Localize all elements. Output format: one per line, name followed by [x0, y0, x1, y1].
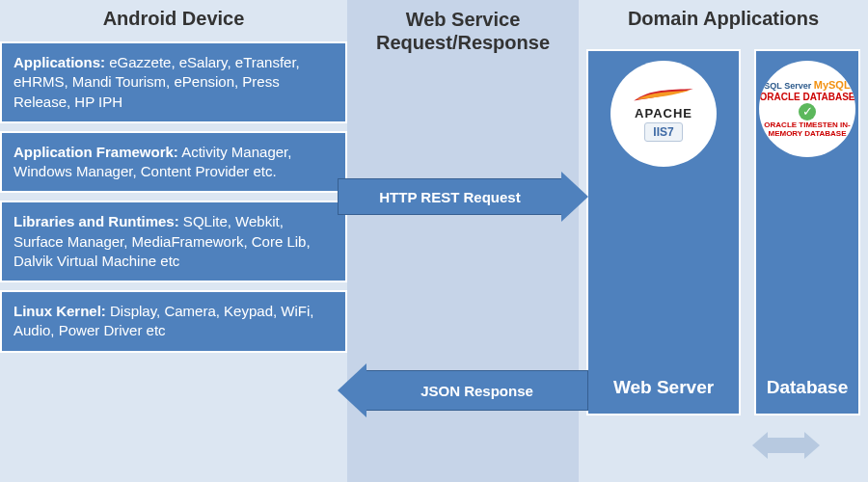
layer-applications: Applications: eGazzete, eSalary, eTransf… [0, 41, 347, 123]
double-arrow-icon [752, 432, 820, 459]
column-android-device: Android Device Applications: eGazzete, e… [0, 0, 347, 482]
web-server-label: Web Server [613, 319, 714, 398]
arrow-request-label: HTTP REST Request [379, 189, 520, 205]
arrowhead-right-icon [561, 172, 588, 222]
arrowhead-left-icon [338, 363, 366, 417]
arrow-left-icon: JSON Response [338, 366, 588, 415]
layer-libraries-runtimes: Libraries and Runtimes: SQLite, Webkit, … [0, 201, 347, 282]
iis7-logo: IIS7 [644, 122, 682, 142]
arrowhead-left-icon [752, 432, 768, 459]
domain-boxes-row: APACHE IIS7 Web Server SQL Server MySQL … [579, 49, 868, 415]
arrowhead-right-icon [804, 432, 820, 459]
web-server-logos: APACHE IIS7 [610, 61, 717, 167]
header-domain: Domain Applications [579, 0, 868, 41]
layer-title: Linux Kernel: [14, 303, 106, 319]
arrow-right-icon: HTTP REST Request [338, 175, 588, 218]
apache-feather-icon [630, 87, 697, 104]
android-stack: Applications: eGazzete, eSalary, eTransf… [0, 41, 347, 353]
oracle-timesten-logo-text: ORACLE TIMESTEN IN-MEMORY DATABASE [764, 120, 850, 139]
sqlserver-logo-text: SQL Server [764, 81, 811, 91]
database-label: Database [767, 319, 849, 398]
arrow-json-response: JSON Response [347, 366, 579, 415]
oracle-logo-text: ORACLE DATABASE [759, 92, 854, 102]
column-web-service: Web Service Request/Response HTTP REST R… [347, 0, 579, 482]
layer-title: Application Framework: [14, 144, 178, 160]
architecture-diagram: Android Device Applications: eGazzete, e… [0, 0, 868, 482]
column-domain-applications: Domain Applications APACHE IIS7 Web Serv… [579, 0, 868, 482]
header-android: Android Device [0, 0, 347, 41]
mysql-logo-text: MySQL [814, 79, 851, 91]
check-icon: ✓ [799, 103, 816, 120]
apache-logo-text: APACHE [635, 106, 692, 120]
database-logos: SQL Server MySQL ORACLE DATABASE ✓ ORACL… [759, 61, 855, 157]
layer-application-framework: Application Framework: Activity Manager,… [0, 131, 347, 194]
layer-linux-kernel: Linux Kernel: Display, Camera, Keypad, W… [0, 290, 347, 353]
header-web-service: Web Service Request/Response [347, 0, 579, 66]
layer-title: Applications: [14, 54, 105, 70]
box-web-server: APACHE IIS7 Web Server [586, 49, 741, 415]
arrow-response-label: JSON Response [420, 383, 533, 399]
box-database: SQL Server MySQL ORACLE DATABASE ✓ ORACL… [754, 49, 860, 415]
arrow-http-request: HTTP REST Request [347, 175, 579, 224]
layer-title: Libraries and Runtimes: [14, 213, 179, 229]
